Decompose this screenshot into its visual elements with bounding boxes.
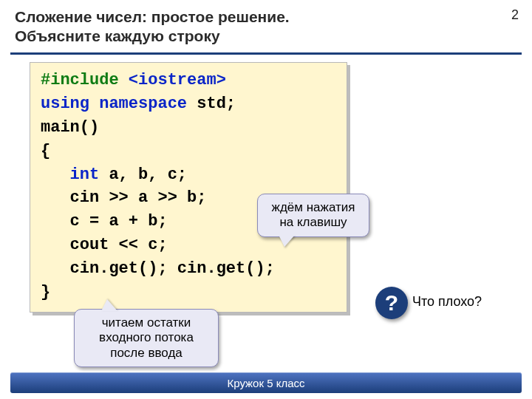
code-line-get: cin.get(); cin.get();: [41, 257, 336, 281]
title-underline: [10, 52, 522, 55]
footer-bar: Кружок 5 класс: [10, 372, 522, 393]
question-mark-icon: ?: [385, 290, 398, 316]
footer-text: Кружок 5 класс: [227, 377, 304, 389]
code-line-using: using namespace std;: [41, 92, 336, 116]
code-line-main: main(): [41, 116, 336, 140]
callout-tail: [101, 299, 117, 311]
question-badge: ?: [375, 287, 408, 319]
page-number: 2: [511, 7, 519, 23]
code-line-include: #include <iostream>: [41, 69, 336, 92]
question-text: Что плохо?: [412, 294, 482, 310]
code-line-lbrace: {: [41, 140, 336, 163]
callout-tail: [279, 235, 295, 247]
callout-read-text: читаем остатки входного потока после вво…: [99, 316, 194, 360]
slide-title: Сложение чисел: простое решение. Объясни…: [0, 0, 532, 51]
code-line-decl: int a, b, c;: [41, 163, 336, 187]
code-line-rbrace: }: [41, 281, 336, 304]
title-line1: Сложение чисел: простое решение.: [15, 8, 290, 25]
code-block: #include <iostream> using namespace std;…: [30, 62, 347, 313]
callout-wait-text: ждём нажатия на клавишу: [272, 200, 355, 229]
callout-read-remainder: читаем остатки входного потока после вво…: [74, 309, 219, 367]
callout-wait-keypress: ждём нажатия на клавишу: [257, 194, 369, 237]
title-line2: Объясните каждую строку: [15, 27, 220, 44]
